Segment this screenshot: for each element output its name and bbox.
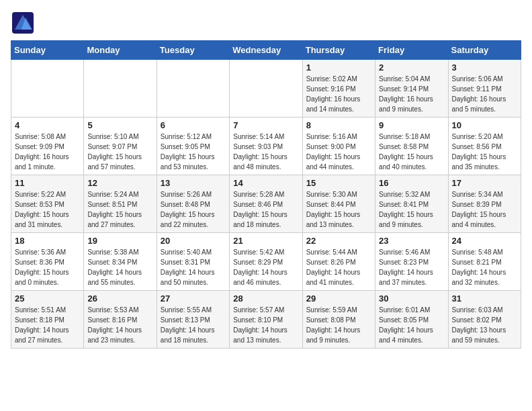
day-info: Sunrise: 5:38 AM Sunset: 8:34 PM Dayligh…: [87, 247, 152, 287]
calendar-cell: 7Sunrise: 5:14 AM Sunset: 9:03 PM Daylig…: [230, 118, 302, 175]
weekday-header: Wednesday: [230, 41, 302, 60]
day-number: 11: [15, 178, 80, 188]
day-number: 3: [452, 62, 517, 73]
day-info: Sunrise: 5:22 AM Sunset: 8:53 PM Dayligh…: [15, 189, 80, 230]
day-number: 16: [379, 178, 444, 188]
calendar-cell: 26Sunrise: 5:53 AM Sunset: 8:16 PM Dayli…: [84, 291, 157, 349]
day-info: Sunrise: 5:40 AM Sunset: 8:31 PM Dayligh…: [161, 247, 226, 287]
weekday-header: Tuesday: [157, 41, 229, 60]
calendar-header-row: SundayMondayTuesdayWednesdayThursdayFrid…: [11, 41, 521, 60]
calendar-cell: 18Sunrise: 5:36 AM Sunset: 8:36 PM Dayli…: [11, 233, 84, 291]
day-number: 27: [161, 293, 226, 304]
day-number: 6: [161, 120, 226, 130]
calendar-week-row: 18Sunrise: 5:36 AM Sunset: 8:36 PM Dayli…: [11, 233, 521, 291]
calendar-cell: 4Sunrise: 5:08 AM Sunset: 9:09 PM Daylig…: [11, 118, 84, 175]
day-info: Sunrise: 5:57 AM Sunset: 8:10 PM Dayligh…: [233, 305, 298, 345]
day-info: Sunrise: 5:08 AM Sunset: 9:09 PM Dayligh…: [15, 132, 80, 172]
calendar-cell: 17Sunrise: 5:34 AM Sunset: 8:39 PM Dayli…: [448, 175, 521, 233]
calendar-cell: 6Sunrise: 5:12 AM Sunset: 9:05 PM Daylig…: [157, 118, 229, 175]
calendar-cell: 30Sunrise: 6:01 AM Sunset: 8:05 PM Dayli…: [375, 291, 448, 349]
day-info: Sunrise: 5:46 AM Sunset: 8:23 PM Dayligh…: [379, 247, 444, 287]
day-info: Sunrise: 5:42 AM Sunset: 8:29 PM Dayligh…: [233, 247, 298, 287]
day-info: Sunrise: 5:51 AM Sunset: 8:18 PM Dayligh…: [15, 305, 80, 345]
day-info: Sunrise: 5:28 AM Sunset: 8:46 PM Dayligh…: [233, 189, 298, 230]
day-number: 25: [15, 293, 80, 304]
calendar-cell: 10Sunrise: 5:20 AM Sunset: 8:56 PM Dayli…: [448, 118, 521, 175]
calendar-cell: 13Sunrise: 5:26 AM Sunset: 8:48 PM Dayli…: [157, 175, 229, 233]
day-number: 21: [233, 236, 298, 246]
weekday-header: Thursday: [302, 41, 375, 60]
day-number: 24: [452, 236, 517, 246]
day-number: 19: [87, 236, 152, 246]
calendar-cell: 23Sunrise: 5:46 AM Sunset: 8:23 PM Dayli…: [375, 233, 448, 291]
logo-icon: [11, 11, 35, 35]
calendar-cell: [230, 60, 302, 118]
calendar-cell: 3Sunrise: 5:06 AM Sunset: 9:11 PM Daylig…: [448, 60, 521, 118]
day-number: 23: [379, 236, 444, 246]
day-info: Sunrise: 5:59 AM Sunset: 8:08 PM Dayligh…: [306, 305, 371, 345]
calendar-cell: [11, 60, 84, 118]
day-info: Sunrise: 5:34 AM Sunset: 8:39 PM Dayligh…: [452, 189, 517, 230]
day-info: Sunrise: 5:53 AM Sunset: 8:16 PM Dayligh…: [87, 305, 152, 345]
calendar-week-row: 11Sunrise: 5:22 AM Sunset: 8:53 PM Dayli…: [11, 175, 521, 233]
day-number: 4: [15, 120, 80, 130]
calendar-cell: 19Sunrise: 5:38 AM Sunset: 8:34 PM Dayli…: [84, 233, 157, 291]
day-info: Sunrise: 5:36 AM Sunset: 8:36 PM Dayligh…: [15, 247, 80, 287]
day-info: Sunrise: 5:20 AM Sunset: 8:56 PM Dayligh…: [452, 132, 517, 172]
calendar-cell: 2Sunrise: 5:04 AM Sunset: 9:14 PM Daylig…: [375, 60, 448, 118]
day-info: Sunrise: 5:48 AM Sunset: 8:21 PM Dayligh…: [452, 247, 517, 287]
day-info: Sunrise: 5:04 AM Sunset: 9:14 PM Dayligh…: [379, 74, 444, 114]
day-info: Sunrise: 5:14 AM Sunset: 9:03 PM Dayligh…: [233, 132, 298, 172]
day-number: 29: [306, 293, 371, 304]
weekday-header: Friday: [375, 41, 448, 60]
calendar-cell: 1Sunrise: 5:02 AM Sunset: 9:16 PM Daylig…: [302, 60, 375, 118]
day-info: Sunrise: 5:02 AM Sunset: 9:16 PM Dayligh…: [306, 74, 371, 114]
day-number: 13: [161, 178, 226, 188]
weekday-header: Monday: [84, 41, 157, 60]
weekday-header: Saturday: [448, 41, 521, 60]
calendar-cell: 20Sunrise: 5:40 AM Sunset: 8:31 PM Dayli…: [157, 233, 229, 291]
day-info: Sunrise: 5:10 AM Sunset: 9:07 PM Dayligh…: [87, 132, 152, 172]
day-number: 8: [306, 120, 371, 130]
day-info: Sunrise: 5:30 AM Sunset: 8:44 PM Dayligh…: [306, 189, 371, 230]
calendar-cell: 28Sunrise: 5:57 AM Sunset: 8:10 PM Dayli…: [230, 291, 302, 349]
day-number: 15: [306, 178, 371, 188]
day-number: 1: [306, 62, 371, 73]
day-number: 9: [379, 120, 444, 130]
day-number: 12: [87, 178, 152, 188]
day-number: 17: [452, 178, 517, 188]
day-info: Sunrise: 5:55 AM Sunset: 8:13 PM Dayligh…: [161, 305, 226, 345]
day-number: 22: [306, 236, 371, 246]
day-number: 14: [233, 178, 298, 188]
calendar-cell: 8Sunrise: 5:16 AM Sunset: 9:00 PM Daylig…: [302, 118, 375, 175]
day-info: Sunrise: 5:44 AM Sunset: 8:26 PM Dayligh…: [306, 247, 371, 287]
calendar-cell: 11Sunrise: 5:22 AM Sunset: 8:53 PM Dayli…: [11, 175, 84, 233]
calendar-table: SundayMondayTuesdayWednesdayThursdayFrid…: [11, 40, 521, 349]
logo: [11, 11, 38, 35]
day-number: 30: [379, 293, 444, 304]
calendar-cell: 22Sunrise: 5:44 AM Sunset: 8:26 PM Dayli…: [302, 233, 375, 291]
day-number: 28: [233, 293, 298, 304]
day-number: 5: [87, 120, 152, 130]
calendar-cell: 5Sunrise: 5:10 AM Sunset: 9:07 PM Daylig…: [84, 118, 157, 175]
calendar-cell: [84, 60, 157, 118]
calendar-cell: 14Sunrise: 5:28 AM Sunset: 8:46 PM Dayli…: [230, 175, 302, 233]
calendar-cell: 29Sunrise: 5:59 AM Sunset: 8:08 PM Dayli…: [302, 291, 375, 349]
calendar-week-row: 4Sunrise: 5:08 AM Sunset: 9:09 PM Daylig…: [11, 118, 521, 175]
day-info: Sunrise: 5:24 AM Sunset: 8:51 PM Dayligh…: [87, 189, 152, 230]
calendar-cell: 21Sunrise: 5:42 AM Sunset: 8:29 PM Dayli…: [230, 233, 302, 291]
day-info: Sunrise: 5:26 AM Sunset: 8:48 PM Dayligh…: [161, 189, 226, 230]
day-number: 20: [161, 236, 226, 246]
day-info: Sunrise: 5:06 AM Sunset: 9:11 PM Dayligh…: [452, 74, 517, 114]
calendar-cell: 24Sunrise: 5:48 AM Sunset: 8:21 PM Dayli…: [448, 233, 521, 291]
day-info: Sunrise: 5:12 AM Sunset: 9:05 PM Dayligh…: [161, 132, 226, 172]
calendar-week-row: 25Sunrise: 5:51 AM Sunset: 8:18 PM Dayli…: [11, 291, 521, 349]
day-info: Sunrise: 5:32 AM Sunset: 8:41 PM Dayligh…: [379, 189, 444, 230]
calendar-week-row: 1Sunrise: 5:02 AM Sunset: 9:16 PM Daylig…: [11, 60, 521, 118]
day-info: Sunrise: 6:03 AM Sunset: 8:02 PM Dayligh…: [452, 305, 517, 345]
calendar-cell: 25Sunrise: 5:51 AM Sunset: 8:18 PM Dayli…: [11, 291, 84, 349]
day-info: Sunrise: 6:01 AM Sunset: 8:05 PM Dayligh…: [379, 305, 444, 345]
calendar-cell: 27Sunrise: 5:55 AM Sunset: 8:13 PM Dayli…: [157, 291, 229, 349]
calendar-cell: 31Sunrise: 6:03 AM Sunset: 8:02 PM Dayli…: [448, 291, 521, 349]
calendar-cell: 16Sunrise: 5:32 AM Sunset: 8:41 PM Dayli…: [375, 175, 448, 233]
